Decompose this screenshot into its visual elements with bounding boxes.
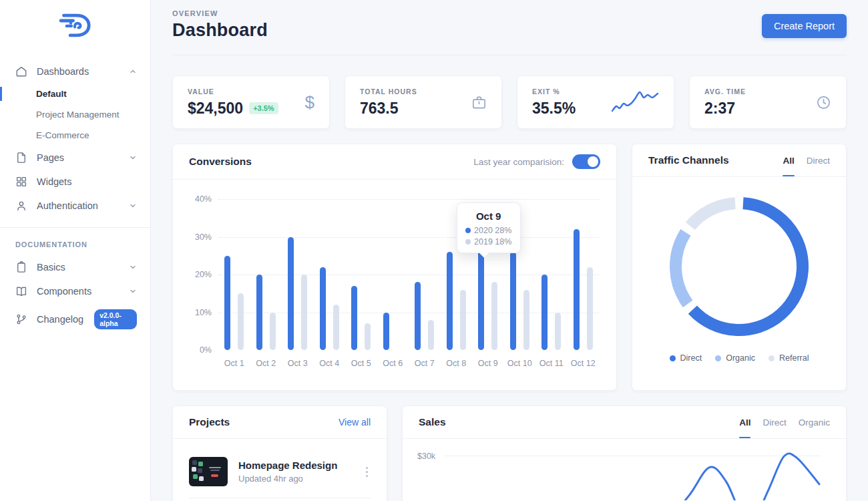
bar-2019[interactable] — [333, 305, 339, 350]
toggle-label: Last year comparision: — [473, 157, 564, 167]
x-axis: Oct 1Oct 2Oct 3Oct 4Oct 5Oct 6Oct 7Oct 8… — [218, 359, 599, 368]
sidebar-item-basics[interactable]: Basics — [0, 255, 150, 279]
user-icon — [15, 200, 27, 212]
sidebar-item-components[interactable]: Components — [0, 279, 150, 303]
x-axis-label: Oct 6 — [377, 359, 409, 368]
traffic-donut-chart[interactable] — [669, 196, 809, 337]
file-icon — [15, 152, 27, 164]
create-report-button[interactable]: Create Report — [762, 14, 847, 38]
sidebar-item-dashboards[interactable]: Dashboards — [0, 59, 150, 84]
bar-2020[interactable] — [541, 275, 548, 350]
y-axis-label: 30% — [195, 232, 212, 242]
legend-item-organic[interactable]: Organic — [715, 353, 755, 363]
tab-direct[interactable]: Direct — [807, 156, 830, 166]
clock-icon — [816, 95, 831, 110]
tooltip-title: Oct 9 — [461, 210, 516, 222]
view-all-link[interactable]: View all — [339, 417, 371, 428]
y-axis-label: 10% — [195, 308, 212, 317]
sidebar-nav: Dashboards Default Project Management E-… — [0, 59, 150, 335]
bar-2019[interactable] — [270, 313, 276, 351]
panel-title: Sales — [419, 416, 446, 428]
sidebar-item-label: Basics — [37, 262, 65, 273]
sidebar-item-label: Widgets — [37, 176, 71, 187]
bar-group[interactable] — [314, 199, 346, 350]
bar-2020[interactable] — [224, 256, 230, 350]
x-axis-label: Oct 11 — [535, 359, 568, 368]
header-divider — [172, 55, 847, 55]
bar-2020[interactable] — [256, 275, 262, 350]
sidebar-subitem-default[interactable]: Default — [0, 84, 150, 104]
exit-sparkline-chart — [611, 89, 659, 116]
bar-2019[interactable] — [238, 293, 244, 350]
project-updated: Updated 4hr ago — [238, 474, 337, 484]
bar-2020[interactable] — [478, 244, 484, 350]
traffic-legend: DirectOrganicReferral — [670, 353, 809, 363]
bar-group[interactable] — [218, 199, 250, 350]
sidebar-item-pages[interactable]: Pages — [0, 146, 150, 170]
bar-group[interactable] — [568, 199, 600, 350]
bar-group[interactable] — [409, 199, 441, 350]
tab-all[interactable]: All — [783, 156, 794, 166]
bar-2020[interactable] — [383, 313, 389, 351]
page-header: OVERVIEW Dashboard Create Report — [172, 9, 847, 41]
list-divider — [189, 498, 371, 498]
chevron-down-icon — [129, 263, 137, 271]
tooltip-entry: 2020 28% — [461, 226, 516, 235]
bar-2020[interactable] — [574, 229, 580, 350]
sidebar-item-widgets[interactable]: Widgets — [0, 170, 150, 194]
projects-panel: Projects View all — [172, 405, 387, 501]
y-axis: 40%30%20%10%0% — [189, 199, 218, 350]
bar-2019[interactable] — [523, 290, 529, 350]
bar-2019[interactable] — [460, 290, 466, 350]
conversions-panel: Conversions Last year comparision: 40%30… — [172, 144, 617, 391]
sidebar-item-changelog[interactable]: Changelog v2.0.0-alpha — [0, 303, 150, 335]
x-axis-label: Oct 8 — [441, 359, 473, 368]
sidebar-item-authentication[interactable]: Authentication — [0, 194, 150, 218]
sidebar-item-label: Changelog — [37, 314, 83, 325]
bar-2019[interactable] — [587, 267, 593, 350]
bar-group[interactable] — [282, 199, 314, 350]
tab-direct[interactable]: Direct — [763, 418, 786, 428]
project-thumbnail — [189, 457, 228, 486]
bar-2019[interactable] — [365, 323, 371, 350]
legend-item-direct[interactable]: Direct — [670, 353, 702, 363]
tab-all[interactable]: All — [739, 418, 750, 428]
bar-2020[interactable] — [510, 252, 516, 350]
app-logo[interactable] — [57, 9, 94, 42]
bar-group[interactable] — [345, 199, 377, 350]
chevron-up-icon — [129, 67, 137, 75]
bar-2019[interactable] — [555, 313, 561, 351]
stat-value: 2:37 — [704, 100, 746, 118]
version-badge: v2.0.0-alpha — [94, 309, 137, 329]
x-axis-label: Oct 7 — [409, 359, 441, 368]
chevron-down-icon — [129, 154, 137, 162]
bar-2020[interactable] — [351, 286, 357, 350]
tab-organic[interactable]: Organic — [799, 418, 830, 428]
bar-2019[interactable] — [301, 275, 307, 350]
sidebar-subitem-e-commerce[interactable]: E-Commerce — [0, 125, 150, 146]
chevron-down-icon — [129, 202, 137, 210]
bar-group[interactable] — [250, 199, 282, 350]
bar-2019[interactable] — [428, 320, 434, 350]
breadcrumb-eyebrow: OVERVIEW — [172, 9, 268, 17]
bar-group[interactable] — [535, 199, 568, 350]
chart-tooltip: Oct 9 2020 28%2019 18% — [457, 202, 521, 253]
kebab-menu-icon[interactable] — [363, 464, 371, 480]
sidebar-item-label: Authentication — [37, 200, 98, 211]
bar-2020[interactable] — [447, 252, 453, 350]
bar-2020[interactable] — [288, 237, 294, 351]
x-axis-label: Oct 2 — [250, 359, 282, 368]
bar-2020[interactable] — [415, 282, 421, 350]
comparison-toggle[interactable] — [572, 154, 600, 169]
grid-icon — [15, 176, 27, 188]
sidebar-subitem-project-management[interactable]: Project Management — [0, 104, 150, 125]
dollar-icon: $ — [305, 92, 314, 113]
project-list-item[interactable]: Homepage Redesign Updated 4hr ago — [173, 439, 387, 496]
stat-value: $24,500 — [188, 100, 243, 118]
bar-group[interactable] — [377, 199, 409, 350]
legend-item-referral[interactable]: Referral — [769, 353, 809, 363]
sidebar-item-label: Pages — [37, 152, 64, 163]
bar-2020[interactable] — [320, 267, 326, 350]
sales-panel: Sales All Direct Organic $30k — [402, 405, 847, 501]
bar-2019[interactable] — [491, 282, 497, 350]
